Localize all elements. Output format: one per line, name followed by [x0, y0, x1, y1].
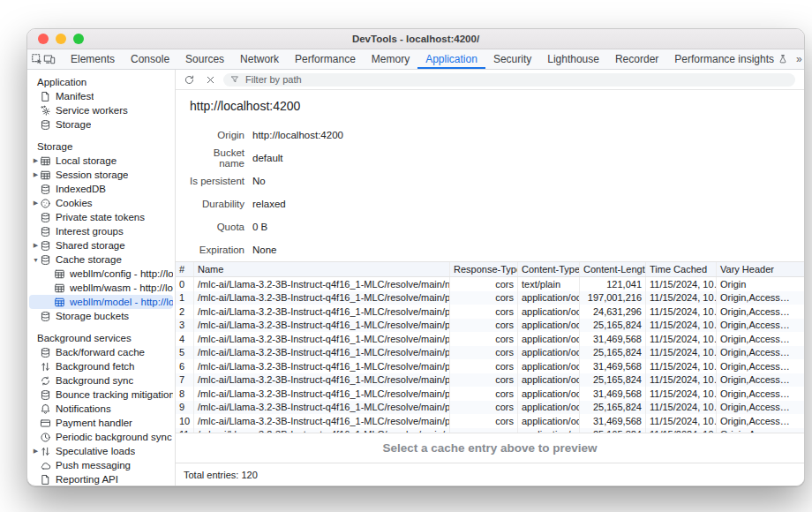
sidebar-item-back-forward-cache[interactable]: Back/forward cache [29, 345, 173, 359]
cache-storage-panel: http://localhost:4200 Originhttp://local… [176, 70, 804, 486]
sidebar-item-push-messaging[interactable]: Push messaging [29, 458, 173, 472]
tab-recorder[interactable]: Recorder [607, 49, 666, 69]
sidebar-item-webllm-wasm-http-loca[interactable]: webllm/wasm - http://loca… [29, 281, 173, 295]
funnel-icon [230, 75, 239, 84]
table-row[interactable]: 1/mlc-ai/Llama-3.2-3B-Instruct-q4f16_1-M… [176, 291, 804, 305]
cell-content-length: 25,165,824 [580, 346, 646, 360]
tab-performance[interactable]: Performance [287, 49, 364, 69]
sidebar-item-shared-storage[interactable]: ▶Shared storage [29, 238, 173, 252]
sidebar-item-session-storage[interactable]: ▶Session storage [29, 168, 173, 182]
inspect-element-icon[interactable] [31, 51, 43, 67]
sidebar-item-storage-buckets[interactable]: Storage buckets [29, 309, 173, 323]
tab-elements[interactable]: Elements [63, 49, 123, 69]
sidebar-item-cache-storage[interactable]: ▼Cache storage [29, 252, 173, 267]
cell-time-cached: 11/15/2024, 10… [646, 359, 717, 373]
column-header-content-type[interactable]: Content-Type [518, 262, 580, 276]
database-icon [40, 184, 51, 195]
desktop: DevTools - localhost:4200/ ElementsConso… [0, 0, 812, 512]
sidebar-item-reporting-api[interactable]: Reporting API [29, 472, 173, 486]
sidebar-item-cookies[interactable]: ▶Cookies [29, 196, 173, 210]
metadata-row: Is persistentNo [190, 169, 804, 192]
sidebar-item-indexeddb[interactable]: IndexedDB [29, 182, 173, 196]
sidebar-item-webllm-config-http-loc[interactable]: webllm/config - http://loc… [29, 267, 173, 281]
chevron-right-icon[interactable]: ▶ [32, 242, 40, 249]
sidebar-item-background-sync[interactable]: Background sync [29, 373, 173, 388]
filter-input[interactable] [244, 73, 788, 86]
chevron-right-icon[interactable]: ▶ [32, 448, 40, 455]
tab-memory[interactable]: Memory [364, 49, 417, 69]
tab-application[interactable]: Application [417, 49, 485, 69]
column-header-response-type[interactable]: Response-Type [450, 262, 518, 276]
cell-response-type: cors [450, 414, 518, 428]
metadata-row: Quota0 B [190, 215, 804, 238]
sidebar-item-notifications[interactable]: Notifications [29, 402, 173, 416]
metadata-row: Durabilityrelaxed [190, 192, 804, 215]
tab-security[interactable]: Security [485, 49, 539, 69]
filter-box[interactable] [223, 73, 795, 87]
cell-content-type: application/oc… [518, 359, 580, 373]
sidebar-item-private-state-tokens[interactable]: Private state tokens [29, 210, 173, 224]
sidebar-item-service-workers[interactable]: Service workers [29, 103, 173, 117]
panel-tabs: ElementsConsoleSourcesNetworkPerformance… [63, 49, 796, 69]
tab-lighthouse[interactable]: Lighthouse [539, 49, 607, 69]
sidebar-item-speculative-loads[interactable]: ▶Speculative loads [29, 444, 173, 458]
table-row[interactable]: 3/mlc-ai/Llama-3.2-3B-Instruct-q4f16_1-M… [176, 319, 804, 333]
table-row[interactable]: 10/mlc-ai/Llama-3.2-3B-Instruct-q4f16_1-… [176, 414, 804, 428]
refresh-icon[interactable] [181, 72, 197, 87]
origin-metadata: Originhttp://localhost:4200Bucket namede… [190, 124, 804, 261]
database-icon [40, 389, 51, 401]
chevron-right-icon[interactable]: ▶ [32, 200, 40, 207]
sidebar-item-storage[interactable]: Storage [29, 117, 173, 132]
column-header-content-length[interactable]: Content-Length [580, 262, 646, 276]
chevron-down-icon[interactable]: ▼ [32, 257, 40, 263]
cell-vary-header: Origin,Access… [717, 359, 804, 373]
sidebar-item-interest-groups[interactable]: Interest groups [29, 224, 173, 238]
column-header-index[interactable]: # [176, 262, 194, 276]
chevron-right-icon[interactable]: ▶ [32, 157, 40, 164]
table-row[interactable]: 9/mlc-ai/Llama-3.2-3B-Instruct-q4f16_1-M… [176, 401, 804, 415]
tab-sources[interactable]: Sources [177, 49, 232, 69]
sidebar-item-webllm-model-http-loc[interactable]: webllm/model - http://loc… [29, 295, 173, 309]
cloud-icon [40, 460, 51, 471]
tab-console[interactable]: Console [123, 49, 177, 69]
table-row[interactable]: 5/mlc-ai/Llama-3.2-3B-Instruct-q4f16_1-M… [176, 346, 804, 360]
cell-time-cached: 11/15/2024, 10… [646, 319, 717, 333]
sidebar-item-payment-handler[interactable]: Payment handler [29, 416, 173, 430]
metadata-row: Originhttp://localhost:4200 [190, 124, 804, 147]
tab-performance-insights[interactable]: Performance insights [666, 49, 796, 69]
column-header-time-cached[interactable]: Time Cached [646, 262, 717, 276]
tab-network[interactable]: Network [232, 49, 287, 69]
sidebar-item-manifest[interactable]: Manifest [29, 89, 173, 103]
column-header-vary-header[interactable]: Vary Header [717, 262, 804, 276]
table-row[interactable]: 8/mlc-ai/Llama-3.2-3B-Instruct-q4f16_1-M… [176, 387, 804, 401]
chevron-right-icon[interactable]: ▶ [32, 171, 40, 178]
sidebar-item-label: Shared storage [56, 240, 125, 251]
sidebar-item-background-fetch[interactable]: Background fetch [29, 359, 173, 373]
sidebar-item-periodic-background-sync[interactable]: Periodic background sync [29, 430, 173, 444]
sidebar-item-local-storage[interactable]: ▶Local storage [29, 154, 173, 168]
device-toolbar-icon[interactable] [43, 51, 56, 67]
cell-index: 2 [176, 305, 194, 319]
cell-response-type: cors [450, 319, 518, 333]
tab-label: Console [131, 53, 169, 65]
devtools-tabbar: ElementsConsoleSourcesNetworkPerformance… [27, 49, 804, 70]
cell-name: /mlc-ai/Llama-3.2-3B-Instruct-q4f16_1-ML… [194, 332, 450, 346]
table-row[interactable]: 4/mlc-ai/Llama-3.2-3B-Instruct-q4f16_1-M… [176, 332, 804, 346]
table-row[interactable]: 7/mlc-ai/Llama-3.2-3B-Instruct-q4f16_1-M… [176, 373, 804, 388]
cell-index: 5 [176, 346, 194, 360]
sidebar-item-label: Manifest [56, 91, 94, 102]
table-row[interactable]: 0/mlc-ai/Llama-3.2-3B-Instruct-q4f16_1-M… [176, 277, 804, 291]
database-icon [40, 347, 51, 358]
metadata-row: Bucket namedefault [190, 147, 804, 169]
more-panels-icon[interactable]: » [796, 53, 801, 65]
table-row[interactable]: 6/mlc-ai/Llama-3.2-3B-Instruct-q4f16_1-M… [176, 359, 804, 373]
preview-pane: Select a cache entry above to preview [176, 433, 804, 463]
sidebar-item-label: Background sync [56, 375, 133, 386]
cache-toolbar [176, 70, 804, 90]
column-header-name[interactable]: Name [194, 262, 450, 276]
delete-selected-icon[interactable] [202, 72, 218, 87]
table-icon [40, 155, 51, 167]
cell-vary-header: Origin,Access… [717, 291, 804, 305]
table-row[interactable]: 2/mlc-ai/Llama-3.2-3B-Instruct-q4f16_1-M… [176, 305, 804, 319]
sidebar-item-bounce-tracking-mitigations[interactable]: Bounce tracking mitigations [29, 388, 173, 402]
